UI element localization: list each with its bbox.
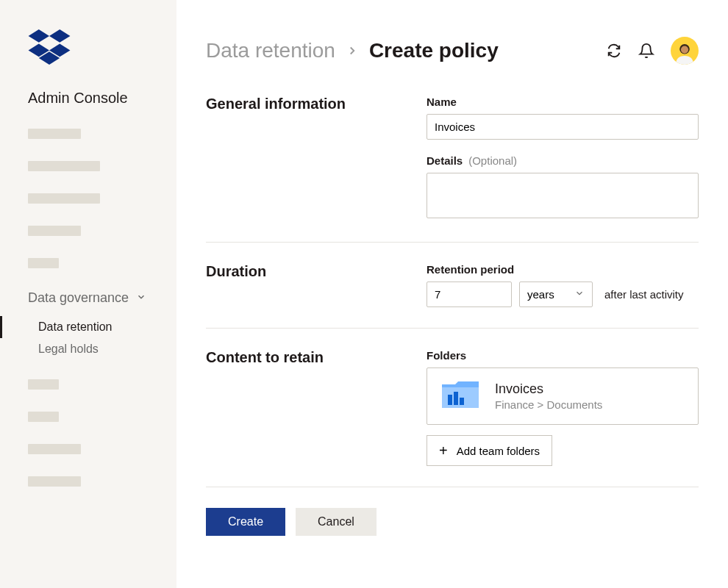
svg-marker-0 xyxy=(29,29,49,43)
svg-rect-9 xyxy=(460,398,464,405)
breadcrumb: Data retention Create policy xyxy=(206,39,499,62)
create-button[interactable]: Create xyxy=(206,508,285,536)
folder-name: Invoices xyxy=(495,381,602,397)
nav-placeholder xyxy=(28,193,100,204)
nav-placeholder xyxy=(28,412,59,422)
bell-icon[interactable] xyxy=(638,43,654,59)
nav-group-1 xyxy=(0,129,176,268)
retention-value-input[interactable] xyxy=(427,282,512,307)
name-input[interactable] xyxy=(427,114,699,140)
details-textarea[interactable] xyxy=(427,173,699,218)
retention-suffix: after last activity xyxy=(604,288,684,301)
nav-group-2 xyxy=(0,379,176,487)
breadcrumb-parent[interactable]: Data retention xyxy=(206,39,335,62)
refresh-icon[interactable] xyxy=(606,43,622,59)
section-heading-content: Content to retain xyxy=(206,349,427,466)
footer-actions: Create Cancel xyxy=(206,508,699,536)
topbar-actions xyxy=(606,37,699,65)
avatar[interactable] xyxy=(671,37,699,65)
section-heading-duration: Duration xyxy=(206,263,427,307)
sidebar: Admin Console Data governance Data reten… xyxy=(0,0,176,588)
cancel-button[interactable]: Cancel xyxy=(296,508,377,536)
svg-rect-7 xyxy=(448,395,452,405)
svg-marker-1 xyxy=(49,29,70,43)
details-optional: (Optional) xyxy=(468,154,517,167)
nav-section-data-governance[interactable]: Data governance xyxy=(0,290,176,306)
folder-path: Finance > Documents xyxy=(495,398,602,411)
nav-placeholder xyxy=(28,226,81,236)
svg-point-6 xyxy=(681,46,688,54)
breadcrumb-current: Create policy xyxy=(369,39,499,62)
section-content: Content to retain Folders xyxy=(206,349,699,487)
nav-placeholder xyxy=(28,476,81,487)
svg-rect-8 xyxy=(454,392,458,405)
chevron-down-icon xyxy=(574,288,585,301)
main-content: Data retention Create policy Ge xyxy=(176,0,728,588)
sidebar-title: Admin Console xyxy=(28,90,176,107)
nav-placeholder xyxy=(28,161,100,171)
dropbox-logo xyxy=(28,29,176,68)
section-general: General information Name Details (Option… xyxy=(206,96,699,243)
name-label: Name xyxy=(427,96,699,108)
add-team-folders-button[interactable]: + Add team folders xyxy=(427,435,552,466)
nav-item-legal-holds[interactable]: Legal holds xyxy=(0,338,176,360)
folder-card[interactable]: Invoices Finance > Documents xyxy=(427,368,699,425)
chevron-right-icon xyxy=(346,39,359,62)
folder-icon xyxy=(440,379,480,414)
folders-label: Folders xyxy=(427,349,699,362)
nav-placeholder xyxy=(28,379,59,390)
retention-unit-value: years xyxy=(527,288,554,301)
nav-placeholder xyxy=(28,129,81,139)
retention-unit-select[interactable]: years xyxy=(519,282,593,307)
nav-item-data-retention[interactable]: Data retention xyxy=(0,316,176,338)
section-heading-general: General information xyxy=(206,96,427,221)
nav-section-label-text: Data governance xyxy=(28,290,129,306)
section-duration: Duration Retention period years after la… xyxy=(206,263,699,329)
nav-placeholder xyxy=(28,258,59,268)
topbar: Data retention Create policy xyxy=(206,37,699,65)
chevron-down-icon xyxy=(136,290,146,306)
add-folders-label: Add team folders xyxy=(457,445,540,457)
plus-icon: + xyxy=(439,443,448,458)
details-label: Details xyxy=(427,154,463,167)
nav-placeholder xyxy=(28,444,81,454)
retention-period-label: Retention period xyxy=(427,263,699,276)
